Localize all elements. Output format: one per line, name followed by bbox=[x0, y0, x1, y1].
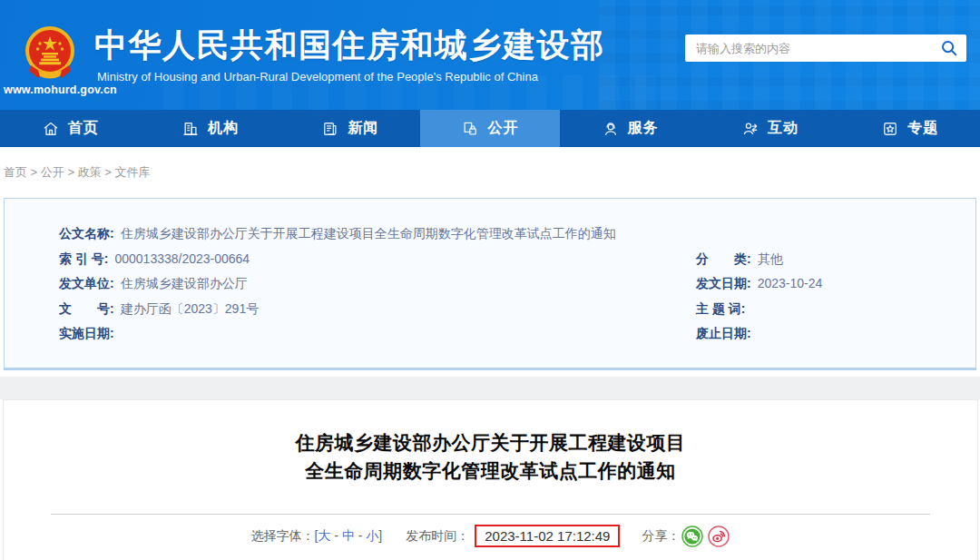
news-icon bbox=[321, 120, 339, 138]
weibo-icon[interactable] bbox=[708, 526, 730, 547]
meta-value-category: 其他 bbox=[758, 247, 783, 272]
article-title: 住房城乡建设部办公厅关于开展工程建设项目 全生命周期数字化管理改革试点工作的通知 bbox=[4, 428, 977, 485]
organization-icon bbox=[181, 120, 200, 138]
search-icon[interactable] bbox=[932, 34, 966, 62]
share-label: 分享： bbox=[642, 528, 680, 545]
interaction-icon bbox=[741, 120, 760, 138]
nav-item-services[interactable]: 服务 bbox=[560, 110, 700, 147]
publish-time-highlight: 2023-11-02 17:12:49 bbox=[475, 525, 620, 547]
meta-value-issue-date: 2023-10-24 bbox=[758, 271, 823, 297]
site-header: www.mohurd.gov.cn 中华人民共和国住房和城乡建设部 Minist… bbox=[0, 0, 980, 110]
meta-value-document-name: 住房城乡建设部办公厅关于开展工程建设项目全生命周期数字化管理改革试点工作的通知 bbox=[121, 221, 616, 247]
nav-label: 新闻 bbox=[348, 119, 378, 138]
nav-item-organization[interactable]: 机构 bbox=[140, 110, 279, 147]
meta-value-index-number: 000013338/2023-00664 bbox=[114, 247, 250, 272]
meta-label-index-number: 索 引 号: bbox=[59, 247, 108, 272]
article-toolbar: 选择字体：[大 - 中 - 小] 发布时间： 2023-11-02 17:12:… bbox=[4, 525, 977, 547]
meta-label-subject-words: 主 题 词: bbox=[696, 297, 745, 322]
meta-value-issuing-unit: 住房城乡建设部办公厅 bbox=[121, 271, 248, 297]
disclosure-icon bbox=[461, 120, 479, 138]
font-select-label: 选择字体： bbox=[251, 528, 315, 545]
meta-label-abolition-date: 废止日期: bbox=[696, 321, 751, 347]
home-icon bbox=[42, 120, 60, 138]
mohurd-webpage: www.mohurd.gov.cn 中华人民共和国住房和城乡建设部 Minist… bbox=[0, 0, 980, 560]
font-size-selector: [大 - 中 - 小] bbox=[315, 528, 383, 545]
breadcrumb-home[interactable]: 首页 bbox=[4, 165, 27, 179]
meta-label-issue-date: 发文日期: bbox=[696, 271, 751, 297]
nav-label: 专题 bbox=[907, 119, 938, 138]
section-gap bbox=[0, 377, 980, 399]
site-title: 中华人民共和国住房和城乡建设部 bbox=[94, 24, 605, 68]
nav-label: 首页 bbox=[68, 119, 99, 138]
search-input[interactable] bbox=[685, 34, 932, 62]
publish-time-value: 2023-11-02 17:12:49 bbox=[485, 528, 610, 544]
font-size-large[interactable]: 大 bbox=[318, 528, 330, 543]
article-title-line2: 全生命周期数字化管理改革试点工作的通知 bbox=[4, 457, 977, 485]
national-emblem-logo bbox=[24, 25, 76, 80]
font-size-small[interactable]: 小 bbox=[366, 528, 378, 543]
main-navigation: 首页 机构 新闻 公开 bbox=[0, 110, 980, 147]
font-size-medium[interactable]: 中 bbox=[342, 528, 355, 543]
meta-label-implementation-date: 实施日期: bbox=[59, 321, 114, 347]
meta-value-document-number: 建办厅函〔2023〕291号 bbox=[121, 297, 260, 322]
search-box bbox=[685, 34, 966, 62]
site-subtitle-english: Ministry of Housing and Urban-Rural Deve… bbox=[97, 70, 538, 84]
nav-label: 互动 bbox=[768, 119, 799, 138]
document-meta-box: 公文名称: 住房城乡建设部办公厅关于开展工程建设项目全生命周期数字化管理改革试点… bbox=[4, 198, 976, 370]
wechat-icon[interactable] bbox=[681, 526, 703, 547]
publish-time-label: 发布时间： bbox=[406, 528, 469, 545]
meta-label-issuing-unit: 发文单位: bbox=[59, 271, 114, 297]
meta-label-document-name: 公文名称: bbox=[59, 221, 114, 247]
site-url: www.mohurd.gov.cn bbox=[4, 84, 103, 96]
meta-row: 索 引 号: 000013338/2023-00664 分 类: 其他 bbox=[59, 247, 975, 272]
breadcrumb-disclosure[interactable]: 公开 bbox=[41, 165, 64, 179]
breadcrumb-document-library: 文件库 bbox=[114, 165, 150, 179]
nav-item-home[interactable]: 首页 bbox=[0, 110, 140, 147]
breadcrumb-separator: > bbox=[64, 165, 78, 179]
breadcrumb-separator: > bbox=[27, 165, 41, 179]
nav-item-disclosure[interactable]: 公开 bbox=[420, 110, 560, 147]
nav-label: 机构 bbox=[208, 119, 239, 138]
font-size-separator: - bbox=[355, 528, 366, 543]
share-icons bbox=[681, 526, 730, 547]
breadcrumb-policy[interactable]: 政策 bbox=[78, 165, 102, 179]
font-size-separator: - bbox=[330, 528, 341, 543]
meta-label-category: 分 类: bbox=[696, 247, 751, 272]
nav-label: 服务 bbox=[628, 119, 659, 138]
bracket: ] bbox=[378, 528, 382, 543]
meta-label-document-number: 文 号: bbox=[59, 297, 114, 322]
breadcrumb: 首页 > 公开 > 政策 > 文件库 bbox=[0, 147, 980, 195]
meta-row: 发文单位: 住房城乡建设部办公厅 发文日期: 2023-10-24 bbox=[59, 271, 975, 297]
topics-icon bbox=[881, 120, 899, 138]
breadcrumb-separator: > bbox=[102, 165, 115, 179]
nav-item-interaction[interactable]: 互动 bbox=[700, 110, 839, 147]
meta-row: 文 号: 建办厅函〔2023〕291号 主 题 词: bbox=[59, 297, 975, 322]
article-title-line1: 住房城乡建设部办公厅关于开展工程建设项目 bbox=[4, 428, 977, 457]
meta-row: 实施日期: 废止日期: bbox=[59, 321, 975, 347]
article-box: 住房城乡建设部办公厅关于开展工程建设项目 全生命周期数字化管理改革试点工作的通知… bbox=[3, 399, 978, 560]
title-divider bbox=[51, 514, 930, 515]
nav-label: 公开 bbox=[487, 119, 518, 138]
nav-item-news[interactable]: 新闻 bbox=[280, 110, 420, 147]
service-icon bbox=[602, 120, 620, 138]
meta-row: 公文名称: 住房城乡建设部办公厅关于开展工程建设项目全生命周期数字化管理改革试点… bbox=[59, 221, 975, 247]
nav-item-topics[interactable]: 专题 bbox=[840, 110, 980, 147]
